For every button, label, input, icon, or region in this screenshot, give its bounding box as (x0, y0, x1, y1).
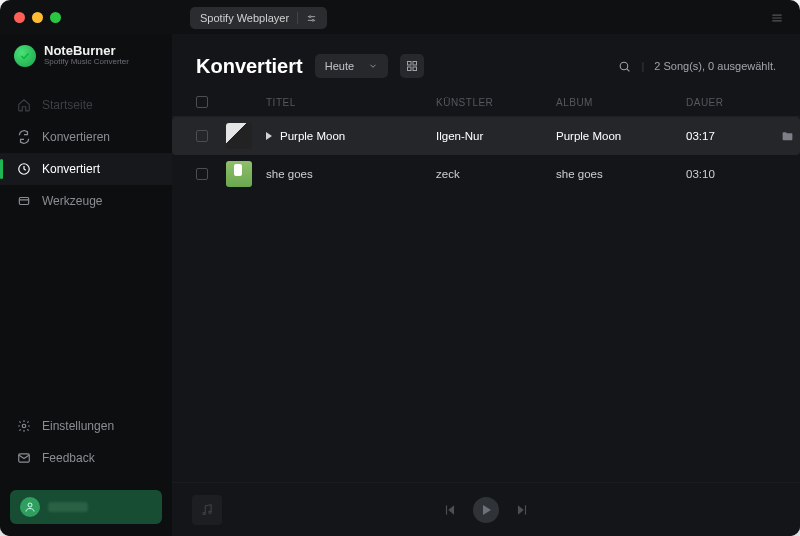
sidebar-item-tools[interactable]: Werkzeuge (0, 185, 172, 217)
main-header: Konvertiert Heute | 2 Song(s), 0 ausgewä… (172, 34, 800, 88)
gear-icon (16, 418, 32, 434)
sidebar: NoteBurner Spotify Music Converter Start… (0, 34, 172, 536)
album-cover (226, 161, 252, 187)
separator: | (641, 60, 644, 72)
mail-icon (16, 450, 32, 466)
svg-point-22 (209, 511, 211, 513)
play-button[interactable] (473, 497, 499, 523)
row-checkbox[interactable] (196, 130, 208, 142)
svg-rect-16 (413, 67, 417, 71)
maximize-window-button[interactable] (50, 12, 61, 23)
track-title: she goes (266, 168, 313, 180)
close-window-button[interactable] (14, 12, 25, 23)
minimize-window-button[interactable] (32, 12, 43, 23)
nav: Startseite Konvertieren Konvertiert Werk… (0, 83, 172, 223)
col-album: ALBUM (556, 97, 686, 108)
svg-point-10 (22, 424, 26, 428)
svg-marker-23 (448, 505, 454, 514)
sidebar-item-feedback[interactable]: Feedback (0, 442, 172, 474)
sidebar-item-label: Konvertiert (42, 162, 100, 176)
play-icon (483, 505, 491, 515)
track-album: Purple Moon (556, 130, 686, 142)
chevron-down-icon (368, 61, 378, 71)
svg-point-21 (203, 512, 205, 514)
view-grid-button[interactable] (400, 54, 424, 78)
folder-icon[interactable] (781, 130, 794, 143)
brand-logo-icon (14, 45, 36, 67)
track-artist: zeck (436, 168, 556, 180)
source-selector[interactable]: Spotify Webplayer (190, 7, 327, 29)
sidebar-item-label: Feedback (42, 451, 95, 465)
brand-subtitle: Spotify Music Converter (44, 58, 129, 67)
svg-rect-14 (413, 62, 417, 66)
main-panel: Konvertiert Heute | 2 Song(s), 0 ausgewä… (172, 34, 800, 536)
user-name-blurred (48, 502, 88, 512)
play-icon[interactable] (266, 132, 272, 140)
previous-track-button[interactable] (443, 503, 457, 517)
svg-rect-15 (408, 67, 412, 71)
table-row[interactable]: Purple Moon Ilgen-Nur Purple Moon 03:17 (172, 117, 800, 155)
now-playing-cover (192, 495, 222, 525)
svg-point-3 (312, 19, 314, 21)
svg-rect-8 (19, 198, 28, 205)
svg-rect-13 (408, 62, 412, 66)
svg-point-12 (28, 503, 32, 507)
col-artist: KÜNSTLER (436, 97, 556, 108)
search-icon[interactable] (618, 60, 631, 73)
source-label: Spotify Webplayer (200, 12, 289, 24)
sidebar-item-label: Werkzeuge (42, 194, 102, 208)
table-row[interactable]: she goes zeck she goes 03:10 (172, 155, 800, 193)
next-track-button[interactable] (515, 503, 529, 517)
filter-label: Heute (325, 60, 354, 72)
brand-name: NoteBurner (44, 44, 129, 58)
track-title: Purple Moon (280, 130, 345, 142)
col-duration: DAUER (686, 97, 766, 108)
playbar (172, 482, 800, 536)
sidebar-item-home[interactable]: Startseite (0, 89, 172, 121)
menu-icon[interactable] (770, 11, 784, 25)
page-title: Konvertiert (196, 55, 303, 78)
separator (297, 12, 298, 24)
svg-line-18 (627, 68, 630, 71)
track-artist: Ilgen-Nur (436, 130, 556, 142)
row-checkbox[interactable] (196, 168, 208, 180)
col-title: TITEL (266, 97, 436, 108)
sidebar-item-label: Startseite (42, 98, 93, 112)
svg-marker-25 (518, 505, 524, 514)
sidebar-item-label: Konvertieren (42, 130, 110, 144)
user-avatar-icon (20, 497, 40, 517)
sidebar-item-settings[interactable]: Einstellungen (0, 410, 172, 442)
window-controls (14, 12, 61, 23)
date-filter-dropdown[interactable]: Heute (315, 54, 388, 78)
track-duration: 03:10 (686, 168, 766, 180)
track-duration: 03:17 (686, 130, 766, 142)
album-cover (226, 123, 252, 149)
brand: NoteBurner Spotify Music Converter (0, 40, 172, 83)
svg-point-17 (621, 62, 629, 70)
app-window: Spotify Webplayer NoteBurner Spotify Mus… (0, 0, 800, 536)
sidebar-item-convert[interactable]: Konvertieren (0, 121, 172, 153)
settings-sliders-icon (306, 13, 317, 24)
convert-icon (16, 129, 32, 145)
clock-icon (16, 161, 32, 177)
tools-icon (16, 193, 32, 209)
titlebar: Spotify Webplayer (0, 0, 800, 34)
user-account-pill[interactable] (10, 490, 162, 524)
sidebar-item-label: Einstellungen (42, 419, 114, 433)
bottom-nav: Einstellungen Feedback (0, 406, 172, 484)
select-all-checkbox[interactable] (196, 96, 208, 108)
table-header: TITEL KÜNSTLER ALBUM DAUER (172, 88, 800, 117)
track-album: she goes (556, 168, 686, 180)
home-icon (16, 97, 32, 113)
tracks-table: TITEL KÜNSTLER ALBUM DAUER Purple Moon I… (172, 88, 800, 482)
svg-point-2 (309, 15, 311, 17)
selection-status: 2 Song(s), 0 ausgewählt. (654, 60, 776, 72)
sidebar-item-converted[interactable]: Konvertiert (0, 153, 172, 185)
